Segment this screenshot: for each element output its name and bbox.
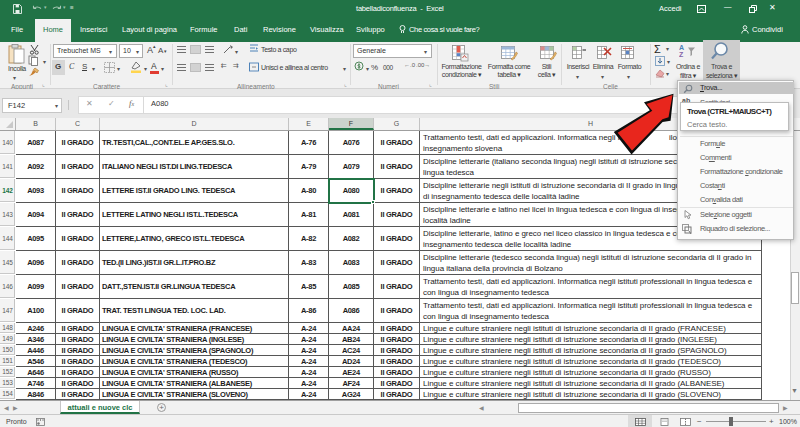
svg-text:Z: Z [679,51,684,58]
svg-text:A: A [679,44,684,51]
